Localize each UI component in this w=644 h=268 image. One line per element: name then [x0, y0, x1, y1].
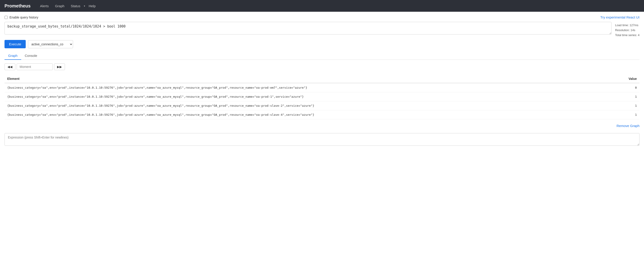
element-cell: {business_category="oa",env="prod",insta… — [4, 101, 613, 110]
value-cell: 1 — [613, 101, 640, 110]
enable-history-checkbox[interactable] — [4, 16, 8, 19]
remove-graph-button[interactable]: Remove Graph — [616, 123, 640, 128]
element-cell: {business_category="oa",env="prod",insta… — [4, 83, 613, 92]
react-ui-link[interactable]: Try experimental React UI — [600, 15, 640, 19]
tab-console[interactable]: Console — [21, 52, 41, 60]
value-column-header: Value — [613, 75, 640, 83]
time-forward-button[interactable]: ▶▶ — [54, 64, 65, 70]
table-row: {business_category="oa",env="prod",insta… — [4, 83, 640, 92]
nav-help[interactable]: Help — [86, 2, 98, 10]
query-textarea-wrapper: backup_storage_used_bytes_total/1024/102… — [4, 22, 612, 35]
resolution-stat: Resolution: 14s — [615, 28, 640, 33]
nav-status[interactable]: Status — [68, 2, 83, 10]
bottom-actions: Remove Graph — [4, 123, 640, 128]
nav-status-dropdown[interactable]: Status ▾ — [68, 2, 85, 10]
tabs: Graph Console — [4, 52, 640, 60]
element-column-header: Element — [4, 75, 613, 83]
results-table: Element Value {business_category="oa",en… — [4, 75, 640, 119]
execute-row: Execute active_connections_co — [4, 40, 640, 48]
nav-alerts[interactable]: Alerts — [38, 2, 52, 10]
expression-textarea[interactable] — [4, 133, 640, 146]
nav-graph[interactable]: Graph — [52, 2, 67, 10]
nav-links: Alerts Graph Status ▾ Help — [38, 2, 98, 10]
query-textarea[interactable]: backup_storage_used_bytes_total/1024/102… — [4, 22, 612, 34]
value-cell: 1 — [613, 92, 640, 101]
element-cell: {business_category="oa",env="prod",insta… — [4, 110, 613, 119]
time-back-button[interactable]: ◀◀ — [4, 64, 15, 70]
load-time-stat: Load time: 127ms — [615, 23, 640, 28]
enable-history-label[interactable]: Enable query history — [4, 16, 38, 19]
table-header-row: Element Value — [4, 75, 640, 83]
table-row: {business_category="oa",env="prod",insta… — [4, 110, 640, 119]
brand-title: Prometheus — [4, 4, 31, 8]
value-cell: 0 — [613, 83, 640, 92]
element-cell: {business_category="oa",env="prod",insta… — [4, 92, 613, 101]
navbar: Prometheus Alerts Graph Status ▾ Help — [0, 0, 644, 12]
table-row: {business_category="oa",env="prod",insta… — [4, 101, 640, 110]
value-cell: 1 — [613, 110, 640, 119]
enable-history-text: Enable query history — [10, 16, 38, 19]
metric-select[interactable]: active_connections_co — [28, 40, 73, 48]
time-controls: ◀◀ ▶▶ — [4, 64, 640, 70]
table-row: {business_category="oa",env="prod",insta… — [4, 92, 640, 101]
main-content: Enable query history Try experimental Re… — [0, 12, 644, 150]
stats-panel: Load time: 127ms Resolution: 14s Total t… — [615, 22, 640, 38]
moment-input[interactable] — [17, 64, 53, 70]
top-row: Enable query history Try experimental Re… — [4, 15, 640, 19]
tab-graph[interactable]: Graph — [4, 52, 21, 60]
execute-button[interactable]: Execute — [4, 40, 26, 48]
chevron-down-icon: ▾ — [84, 5, 85, 7]
total-series-stat: Total time series: 4 — [615, 33, 640, 38]
query-row: backup_storage_used_bytes_total/1024/102… — [4, 22, 640, 38]
